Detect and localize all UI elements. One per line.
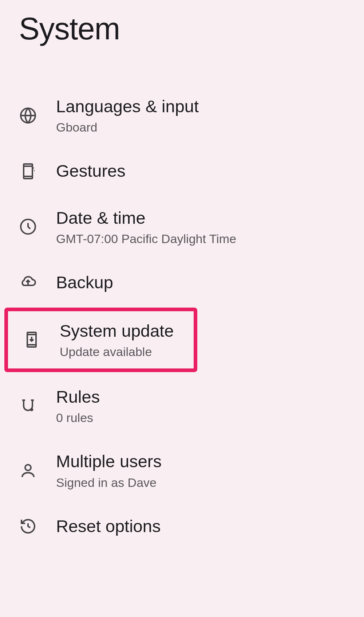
rules-icon [17, 397, 39, 415]
item-gestures[interactable]: Gestures [0, 148, 364, 194]
item-title: Reset options [56, 516, 161, 536]
item-date-time[interactable]: Date & time GMT-07:00 Pacific Daylight T… [0, 195, 364, 259]
item-title: System update [60, 321, 174, 341]
item-title: Rules [56, 387, 100, 407]
item-title: Date & time [56, 208, 236, 228]
item-rules[interactable]: Rules 0 rules [0, 374, 364, 438]
item-subtitle: Signed in as Dave [56, 476, 162, 490]
page-title: System [0, 0, 364, 47]
settings-list: Languages & input Gboard Gestures Date &… [0, 83, 364, 550]
item-multiple-users[interactable]: Multiple users Signed in as Dave [0, 438, 364, 503]
highlight-system-update: System update Update available [4, 308, 197, 372]
cloud-upload-icon [17, 274, 39, 291]
item-title: Multiple users [56, 451, 162, 472]
item-title: Gestures [56, 161, 126, 181]
item-subtitle: Gboard [56, 120, 199, 134]
clock-icon [17, 218, 39, 235]
item-backup[interactable]: Backup [0, 259, 364, 306]
item-reset-options[interactable]: Reset options [0, 503, 364, 550]
item-system-update[interactable]: System update Update available [8, 311, 194, 368]
item-subtitle: GMT-07:00 Pacific Daylight Time [56, 232, 236, 246]
history-icon [17, 518, 39, 535]
item-subtitle: 0 rules [56, 411, 100, 425]
phone-sparkle-icon [17, 163, 39, 180]
globe-icon [17, 107, 39, 124]
phone-download-icon [21, 331, 42, 348]
svg-point-4 [30, 408, 33, 411]
item-title: Backup [56, 272, 113, 293]
item-languages-input[interactable]: Languages & input Gboard [0, 83, 364, 148]
item-subtitle: Update available [60, 345, 174, 359]
svg-point-5 [25, 465, 31, 470]
person-icon [17, 462, 39, 479]
item-title: Languages & input [56, 96, 199, 117]
